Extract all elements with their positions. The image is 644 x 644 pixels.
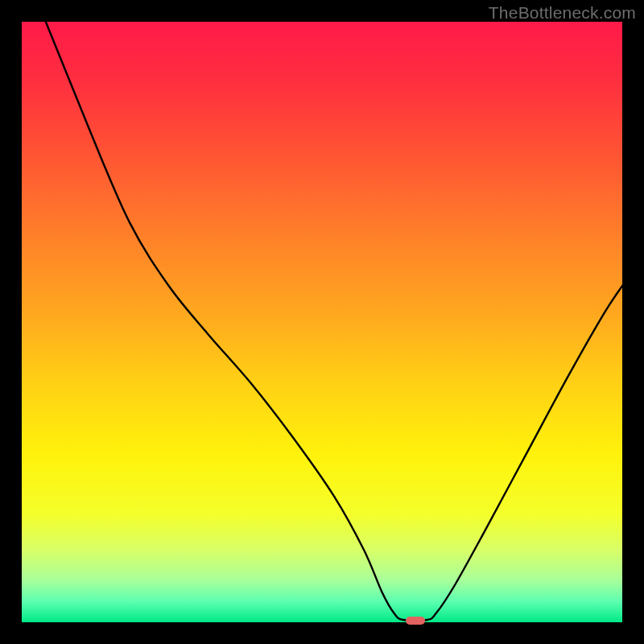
chart-frame: TheBottleneck.com [0,0,644,644]
watermark-text: TheBottleneck.com [489,3,636,23]
bottleneck-curve [22,22,622,622]
plot-area [22,22,622,622]
optimal-marker [406,617,425,625]
